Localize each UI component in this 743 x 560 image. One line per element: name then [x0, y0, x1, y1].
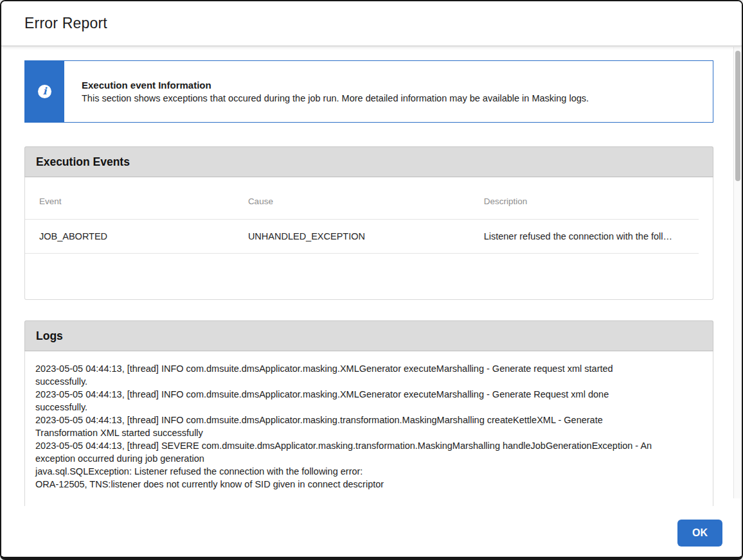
- error-report-dialog: Error Report i Execution event Informati…: [0, 0, 743, 560]
- log-line: successfully.: [35, 401, 697, 414]
- execution-events-table-container: Event Cause Description JOB_ABORTED UNHA…: [24, 177, 713, 300]
- log-line: exception occurred during job generation: [35, 452, 697, 465]
- info-banner-text: Execution event Information This section…: [64, 61, 602, 122]
- dialog-titlebar: Error Report: [1, 1, 742, 46]
- logs-section: Logs 2023-05-05 04:44:13, [thread] INFO …: [24, 320, 713, 506]
- dialog-footer: OK: [1, 507, 742, 557]
- execution-events-header: Execution Events: [24, 146, 713, 177]
- log-line: 2023-05-05 04:44:13, [thread] INFO com.d…: [35, 414, 697, 426]
- log-line: successfully.: [35, 375, 697, 388]
- page-title: Error Report: [24, 15, 107, 32]
- column-header-description: Description: [470, 190, 699, 220]
- log-line: 2023-05-05 04:44:13, [thread] INFO com.d…: [35, 388, 697, 401]
- logs-header: Logs: [24, 320, 713, 351]
- dialog-scrollbar[interactable]: [733, 47, 742, 498]
- execution-events-section: Execution Events Event Cause Desc: [24, 146, 713, 300]
- description-cell: Listener refused the connection with the…: [470, 220, 699, 254]
- log-line: ORA-12505, TNS:listener does not current…: [35, 478, 697, 491]
- log-line: Transformation XML started successfully: [35, 426, 697, 439]
- cause-cell: UNHANDLED_EXCEPTION: [234, 220, 470, 254]
- column-header-cause: Cause: [234, 190, 470, 220]
- info-icon: i: [38, 85, 51, 98]
- info-banner-description: This section shows exceptions that occur…: [82, 93, 589, 103]
- column-header-event: Event: [25, 190, 234, 220]
- scrollbar-thumb[interactable]: [735, 51, 740, 181]
- info-banner-title: Execution event Information: [82, 80, 589, 91]
- dialog-body: i Execution event Information This secti…: [1, 46, 742, 507]
- info-banner: i Execution event Information This secti…: [24, 60, 713, 123]
- ok-button[interactable]: OK: [677, 520, 722, 547]
- event-cell: JOB_ABORTED: [25, 220, 234, 254]
- dialog-content: i Execution event Information This secti…: [24, 46, 713, 506]
- table-header-row: Event Cause Description: [25, 190, 699, 220]
- info-banner-accent: i: [25, 61, 64, 122]
- logs-output: 2023-05-05 04:44:13, [thread] INFO com.d…: [24, 351, 713, 506]
- log-line: 2023-05-05 04:44:13, [thread] INFO com.d…: [35, 362, 697, 375]
- table-row: JOB_ABORTED UNHANDLED_EXCEPTION Listener…: [25, 220, 699, 254]
- execution-events-table: Event Cause Description JOB_ABORTED UNHA…: [25, 190, 699, 254]
- log-line: 2023-05-05 04:44:13, [thread] SEVERE com…: [35, 439, 697, 452]
- log-line: java.sql.SQLException: Listener refused …: [35, 465, 697, 478]
